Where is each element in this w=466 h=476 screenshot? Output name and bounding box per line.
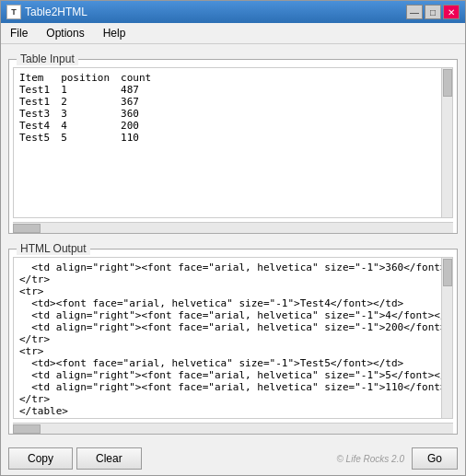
- table-cell: Test4: [19, 120, 61, 132]
- table-input-group: Table Input Item position count: [8, 59, 458, 234]
- main-window: T Table2HTML — □ ✕ File Options Help Tab…: [0, 0, 466, 476]
- table-row: Test12367: [19, 96, 162, 108]
- table-input-inner: Item position count Test11487Test12367Te…: [9, 60, 457, 233]
- table-cell: 3: [61, 108, 121, 120]
- col-position: position: [61, 72, 121, 84]
- table-cell: Test3: [19, 108, 61, 120]
- table-scrollbar-h[interactable]: [13, 222, 453, 233]
- output-scroll-thumb-h[interactable]: [13, 424, 41, 434]
- table-cell: Test5: [19, 132, 61, 144]
- titlebar-controls: — □ ✕: [406, 5, 460, 19]
- output-scrollbar-v[interactable]: [441, 258, 452, 418]
- table-input-label: Table Input: [17, 52, 78, 65]
- table-cell: Test1: [19, 96, 61, 108]
- table-input-area[interactable]: Item position count Test11487Test12367Te…: [14, 68, 441, 217]
- data-table: Item position count Test11487Test12367Te…: [19, 72, 162, 144]
- app-icon: T: [6, 5, 21, 19]
- main-content: Table Input Item position count: [1, 44, 465, 442]
- titlebar-title: Table2HTML: [25, 6, 87, 18]
- table-row: Test11487: [19, 84, 162, 96]
- col-item: Item: [19, 72, 61, 84]
- col-count: count: [121, 72, 162, 84]
- table-cell: 2: [61, 96, 121, 108]
- menu-help[interactable]: Help: [98, 25, 132, 41]
- titlebar-left: T Table2HTML: [6, 5, 87, 19]
- close-button[interactable]: ✕: [443, 5, 460, 19]
- html-output-area[interactable]: <td align="right"><font face="arial, hel…: [14, 258, 441, 418]
- html-output-label: HTML Output: [17, 242, 90, 255]
- table-cell: 4: [61, 120, 121, 132]
- table-cell: 367: [121, 96, 162, 108]
- titlebar: T Table2HTML — □ ✕: [1, 1, 465, 23]
- table-scroll-container: Item position count Test11487Test12367Te…: [13, 67, 453, 218]
- output-scroll-container: <td align="right"><font face="arial, hel…: [13, 257, 453, 419]
- table-cell: 110: [121, 132, 162, 144]
- table-row: Test33360: [19, 108, 162, 120]
- table-cell: 360: [121, 108, 162, 120]
- table-cell: 200: [121, 120, 162, 132]
- table-cell: Test1: [19, 84, 61, 96]
- output-scrollbar-h[interactable]: [13, 423, 453, 434]
- watermark: © Life Rocks 2.0: [336, 454, 404, 464]
- table-header-row: Item position count: [19, 72, 162, 84]
- bottom-left-buttons: Copy Clear: [8, 447, 142, 470]
- table-cell: 5: [61, 132, 121, 144]
- table-row: Test55110: [19, 132, 162, 144]
- minimize-button[interactable]: —: [406, 5, 423, 19]
- table-scroll-thumb-v[interactable]: [443, 69, 452, 97]
- maximize-button[interactable]: □: [425, 5, 441, 19]
- menu-file[interactable]: File: [5, 25, 33, 41]
- table-scrollbar-v[interactable]: [441, 68, 452, 217]
- table-cell: 487: [121, 84, 162, 96]
- html-output-inner: <td align="right"><font face="arial, hel…: [9, 250, 457, 434]
- table-cell: 1: [61, 84, 121, 96]
- go-button[interactable]: Go: [412, 447, 458, 470]
- menubar: File Options Help: [1, 23, 465, 44]
- html-output-group: HTML Output <td align="right"><font face…: [8, 249, 458, 435]
- clear-button[interactable]: Clear: [76, 447, 142, 470]
- table-scroll-thumb-h[interactable]: [13, 224, 41, 233]
- output-scroll-thumb-v[interactable]: [443, 259, 452, 286]
- table-row: Test44200: [19, 120, 162, 132]
- menu-options[interactable]: Options: [41, 25, 89, 41]
- copy-button[interactable]: Copy: [8, 447, 73, 470]
- bottom-bar: Copy Clear © Life Rocks 2.0 Go: [1, 442, 465, 475]
